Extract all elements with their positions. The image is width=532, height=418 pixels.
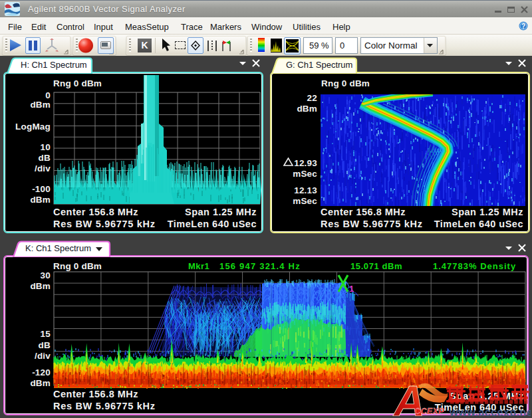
svg-text:www.accexp.net: www.accexp.net	[449, 406, 532, 418]
svg-text:CCEXP: CCEXP	[414, 407, 444, 416]
